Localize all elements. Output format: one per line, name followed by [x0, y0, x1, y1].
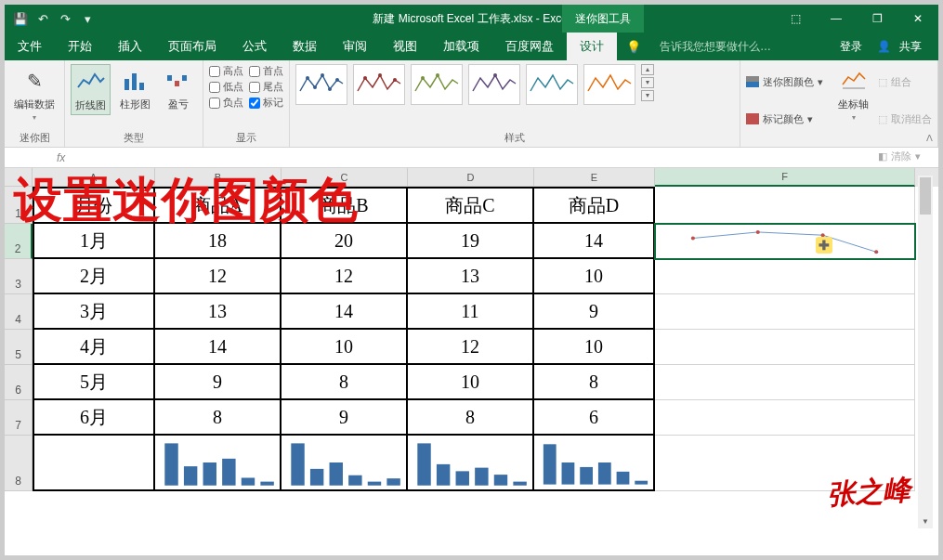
first-point-checkbox[interactable]: 首点 — [249, 64, 283, 78]
cell[interactable]: 12 — [155, 259, 282, 294]
tab-addins[interactable]: 加载项 — [430, 33, 492, 60]
winloss-type-button[interactable]: 盈亏 — [160, 64, 197, 113]
negative-point-checkbox[interactable]: 负点 — [209, 96, 243, 110]
col-header-D[interactable]: D — [408, 168, 534, 187]
cell-sparkline-line[interactable]: ✚ — [655, 224, 915, 259]
cell[interactable]: 9 — [155, 365, 282, 400]
cell[interactable]: 3月 — [33, 294, 155, 330]
cell[interactable]: 10 — [282, 330, 408, 365]
tab-insert[interactable]: 插入 — [105, 33, 155, 60]
cell[interactable]: 9 — [534, 294, 655, 330]
row-header[interactable]: 3 — [5, 259, 33, 294]
qat-more-icon[interactable]: ▾ — [79, 10, 96, 27]
cell[interactable]: 8 — [155, 400, 282, 436]
cell[interactable] — [655, 400, 915, 436]
redo-icon[interactable]: ↷ — [57, 10, 73, 27]
col-header-E[interactable]: E — [534, 168, 655, 187]
group-button[interactable]: ⬚组合 — [878, 64, 932, 99]
cell[interactable] — [655, 330, 915, 365]
tab-formulas[interactable]: 公式 — [229, 33, 280, 60]
fx-icon[interactable]: fx — [49, 151, 72, 164]
row-header[interactable]: 4 — [5, 294, 33, 330]
cell[interactable]: 6月 — [33, 400, 155, 436]
cell[interactable]: 2月 — [33, 259, 155, 294]
row-header[interactable]: 5 — [5, 330, 33, 365]
cell[interactable]: 商品C — [408, 187, 534, 224]
cell-sparkline-column[interactable] — [155, 436, 282, 491]
style-item[interactable] — [526, 64, 578, 105]
tell-me-input[interactable]: 告诉我您想要做什么… — [641, 39, 771, 55]
cell[interactable]: 8 — [282, 365, 408, 400]
edit-data-button[interactable]: ✎ 编辑数据 ▾ — [10, 64, 59, 124]
line-type-button[interactable]: 折线图 — [71, 64, 111, 115]
axis-button[interactable]: 坐标轴 ▾ — [834, 64, 872, 124]
restore-button[interactable]: ❐ — [857, 5, 897, 33]
cell-sparkline-column[interactable] — [534, 436, 655, 491]
cell[interactable]: 11 — [408, 294, 534, 330]
cell[interactable] — [655, 259, 915, 294]
row-header[interactable]: 8 — [5, 436, 33, 491]
style-item[interactable] — [468, 64, 520, 105]
cell[interactable]: 8 — [408, 400, 534, 436]
sparkline-color-button[interactable]: 迷你图颜色 ▾ — [746, 64, 823, 99]
row-header[interactable]: 6 — [5, 365, 33, 400]
undo-icon[interactable]: ↶ — [34, 10, 51, 27]
vertical-scrollbar[interactable]: ▲ ▼ — [918, 176, 933, 528]
cell[interactable]: 13 — [155, 294, 282, 330]
cell[interactable]: 商品D — [534, 187, 655, 224]
cell[interactable] — [33, 436, 155, 491]
tab-data[interactable]: 数据 — [280, 33, 330, 60]
scrollbar-thumb[interactable] — [920, 177, 931, 215]
low-point-checkbox[interactable]: 低点 — [209, 80, 243, 94]
style-gallery-more[interactable]: ▴▾▾ — [641, 64, 656, 101]
col-header-F[interactable]: F — [655, 168, 915, 187]
ribbon-options-icon[interactable]: ⬚ — [775, 5, 816, 33]
cell[interactable] — [655, 365, 915, 400]
style-gallery[interactable]: ▴▾▾ — [295, 64, 734, 129]
scroll-down-icon[interactable]: ▼ — [920, 517, 931, 528]
tab-home[interactable]: 开始 — [55, 33, 105, 60]
cell[interactable]: 9 — [282, 400, 408, 436]
cell[interactable]: 6 — [534, 400, 655, 436]
cell[interactable]: 14 — [282, 294, 408, 330]
cell[interactable]: 19 — [408, 224, 534, 259]
cell[interactable]: 5月 — [33, 365, 155, 400]
tab-layout[interactable]: 页面布局 — [155, 33, 229, 60]
cell[interactable]: 13 — [408, 259, 534, 294]
style-item[interactable] — [583, 64, 635, 105]
share-button[interactable]: 👤 共享 — [871, 39, 933, 55]
column-type-button[interactable]: 柱形图 — [116, 64, 154, 113]
svg-rect-35 — [437, 464, 450, 486]
high-point-checkbox[interactable]: 高点 — [209, 64, 243, 78]
close-button[interactable]: ✕ — [897, 5, 938, 33]
cell[interactable]: 10 — [408, 365, 534, 400]
markers-checkbox[interactable]: 标记 — [249, 96, 283, 110]
cell[interactable]: 10 — [534, 259, 655, 294]
tab-file[interactable]: 文件 — [5, 33, 55, 60]
cell-sparkline-column[interactable] — [282, 436, 408, 491]
tab-baidu[interactable]: 百度网盘 — [492, 33, 567, 60]
login-button[interactable]: 登录 — [834, 39, 868, 55]
cell[interactable]: 10 — [534, 330, 655, 365]
cell[interactable]: 8 — [534, 365, 655, 400]
save-icon[interactable]: 💾 — [12, 10, 29, 27]
row-header[interactable]: 7 — [5, 400, 33, 436]
cell[interactable]: 4月 — [33, 330, 155, 365]
cell[interactable]: 14 — [534, 224, 655, 259]
style-item[interactable] — [411, 64, 463, 105]
cell[interactable] — [655, 294, 915, 330]
tab-view[interactable]: 视图 — [380, 33, 430, 60]
cell[interactable]: 14 — [155, 330, 282, 365]
minimize-button[interactable]: — — [816, 5, 857, 33]
last-point-checkbox[interactable]: 尾点 — [249, 80, 283, 94]
style-item[interactable] — [353, 64, 405, 105]
cell-sparkline-column[interactable] — [408, 436, 534, 491]
tab-review[interactable]: 审阅 — [330, 33, 380, 60]
collapse-ribbon-icon[interactable]: ᐱ — [926, 133, 933, 143]
cell[interactable] — [655, 187, 915, 224]
tab-design[interactable]: 设计 — [567, 33, 617, 60]
marker-color-button[interactable]: 标记颜色 ▾ — [746, 101, 823, 137]
cell[interactable]: 12 — [282, 259, 408, 294]
style-item[interactable] — [295, 64, 347, 105]
cell[interactable]: 12 — [408, 330, 534, 365]
